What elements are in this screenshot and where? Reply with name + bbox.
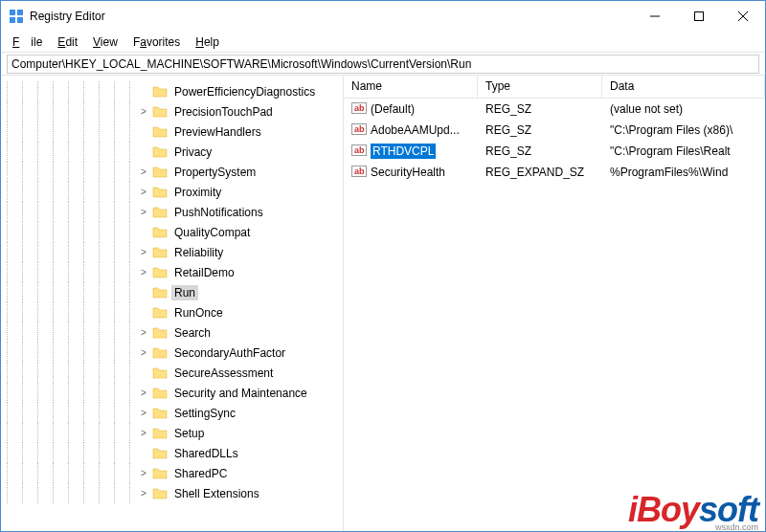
svg-text:ab: ab	[354, 124, 365, 134]
tree-node[interactable]: Run	[1, 282, 343, 302]
string-value-icon: ab	[351, 143, 367, 161]
svg-rect-2	[10, 17, 15, 23]
tree-node-label: Shell Extensions	[171, 486, 262, 501]
folder-icon	[152, 104, 168, 120]
tree-pane: PowerEfficiencyDiagnostics>PrecisionTouc…	[1, 76, 344, 531]
col-type[interactable]: Type	[478, 76, 602, 98]
value-type: REG_EXPAND_SZ	[478, 164, 602, 181]
list-header: Name Type Data	[344, 76, 765, 99]
tree-node[interactable]: >PrecisionTouchPad	[1, 101, 343, 122]
folder-icon	[152, 366, 168, 381]
tree-node[interactable]: >Shell Extensions	[1, 483, 343, 503]
string-value-icon: ab	[351, 122, 367, 140]
menu-edit[interactable]: Edit	[52, 33, 83, 51]
expand-icon[interactable]: >	[139, 187, 148, 197]
minimize-button[interactable]	[633, 1, 677, 32]
tree-node[interactable]: >PropertySystem	[1, 162, 343, 182]
tree-node[interactable]: >Reliability	[1, 242, 343, 262]
col-data[interactable]: Data	[602, 76, 765, 98]
value-data: "C:\Program Files\Realt	[602, 143, 765, 160]
folder-icon	[152, 486, 168, 501]
tree-node[interactable]: >Search	[1, 322, 343, 343]
tree-node[interactable]: RunOnce	[1, 302, 343, 322]
folder-icon	[152, 285, 168, 300]
value-name: RTHDVCPL	[371, 144, 436, 159]
folder-icon	[152, 165, 168, 180]
expand-icon[interactable]: >	[139, 267, 148, 277]
folder-icon	[152, 345, 168, 361]
menu-help[interactable]: Help	[190, 33, 225, 51]
string-value-icon: ab	[351, 100, 367, 119]
tree-scroll[interactable]: PowerEfficiencyDiagnostics>PrecisionTouc…	[1, 76, 343, 531]
registry-editor-window: Registry Editor File Edit View Favorites…	[0, 0, 766, 532]
expand-icon[interactable]: >	[139, 488, 148, 499]
close-button[interactable]	[721, 1, 765, 32]
tree-node[interactable]: >RetailDemo	[1, 262, 343, 282]
tree-node[interactable]: >Security and Maintenance	[1, 383, 343, 403]
svg-text:ab: ab	[354, 166, 365, 176]
value-name: AdobeAAMUpd...	[371, 123, 460, 137]
menu-file[interactable]: File	[7, 33, 48, 51]
svg-text:ab: ab	[354, 145, 365, 155]
value-type: REG_SZ	[478, 100, 602, 118]
folder-icon	[152, 84, 168, 100]
value-name: SecurityHealth	[371, 166, 445, 179]
tree-node-label: SecureAssessment	[171, 366, 276, 381]
list-row[interactable]: abSecurityHealthREG_EXPAND_SZ%ProgramFil…	[344, 162, 765, 183]
tree-node-label: PushNotifications	[171, 205, 266, 220]
tree-node[interactable]: >Proximity	[1, 182, 343, 202]
svg-text:ab: ab	[354, 103, 365, 113]
list-pane: Name Type Data ab(Default)REG_SZ(value n…	[344, 76, 765, 531]
svg-rect-0	[10, 10, 15, 15]
col-name[interactable]: Name	[344, 76, 478, 98]
tree-node[interactable]: PowerEfficiencyDiagnostics	[1, 81, 343, 101]
tree-node[interactable]: >SettingSync	[1, 403, 343, 423]
tree-node[interactable]: >Setup	[1, 423, 343, 443]
expand-icon[interactable]: >	[139, 428, 148, 438]
list-body[interactable]: ab(Default)REG_SZ(value not set)abAdobeA…	[344, 99, 765, 531]
tree-node[interactable]: >SharedPC	[1, 463, 343, 483]
expand-icon[interactable]: >	[139, 347, 148, 358]
list-row[interactable]: abRTHDVCPLREG_SZ"C:\Program Files\Realt	[344, 141, 765, 162]
tree-node-label: Privacy	[171, 144, 214, 160]
maximize-button[interactable]	[677, 1, 721, 32]
tree-node[interactable]: SharedDLLs	[1, 443, 343, 463]
app-icon	[9, 9, 24, 24]
tree-node[interactable]: PreviewHandlers	[1, 122, 343, 142]
list-row[interactable]: ab(Default)REG_SZ(value not set)	[344, 99, 765, 120]
tree-node-label: PrecisionTouchPad	[171, 104, 276, 120]
folder-icon	[152, 386, 168, 401]
value-data: "C:\Program Files (x86)\	[602, 122, 765, 139]
folder-icon	[152, 305, 168, 321]
menu-favorites[interactable]: Favorites	[127, 33, 186, 51]
expand-icon[interactable]: >	[139, 468, 148, 478]
tree-node[interactable]: SecureAssessment	[1, 363, 343, 383]
expand-icon[interactable]: >	[139, 207, 148, 217]
tree-node-label: RetailDemo	[171, 265, 237, 280]
tree-node-label: PowerEfficiencyDiagnostics	[171, 84, 318, 100]
tree-node-label: Proximity	[171, 185, 224, 200]
expand-icon[interactable]: >	[139, 388, 148, 398]
expand-icon[interactable]: >	[139, 166, 148, 177]
list-row[interactable]: abAdobeAAMUpd...REG_SZ"C:\Program Files …	[344, 120, 765, 141]
menu-view[interactable]: View	[87, 33, 124, 51]
expand-icon[interactable]: >	[139, 106, 148, 117]
tree-node[interactable]: >SecondaryAuthFactor	[1, 343, 343, 363]
address-input[interactable]	[7, 55, 759, 74]
folder-icon	[152, 426, 168, 441]
expand-icon[interactable]: >	[139, 247, 148, 257]
value-data: (value not set)	[602, 100, 765, 118]
expand-icon[interactable]: >	[139, 327, 148, 338]
tree-node-label: SecondaryAuthFactor	[171, 345, 288, 361]
tree-node[interactable]: QualityCompat	[1, 222, 343, 242]
tree-node[interactable]: >PushNotifications	[1, 202, 343, 222]
folder-icon	[152, 446, 168, 461]
expand-icon[interactable]: >	[139, 408, 148, 418]
tree-node-label: Reliability	[171, 245, 226, 260]
svg-rect-5	[695, 12, 704, 21]
folder-icon	[152, 325, 168, 341]
tree-node-label: PreviewHandlers	[171, 124, 264, 140]
tree-node-label: SettingSync	[171, 406, 238, 421]
tree-node[interactable]: Privacy	[1, 142, 343, 162]
tree-node-label: SharedDLLs	[171, 446, 241, 461]
